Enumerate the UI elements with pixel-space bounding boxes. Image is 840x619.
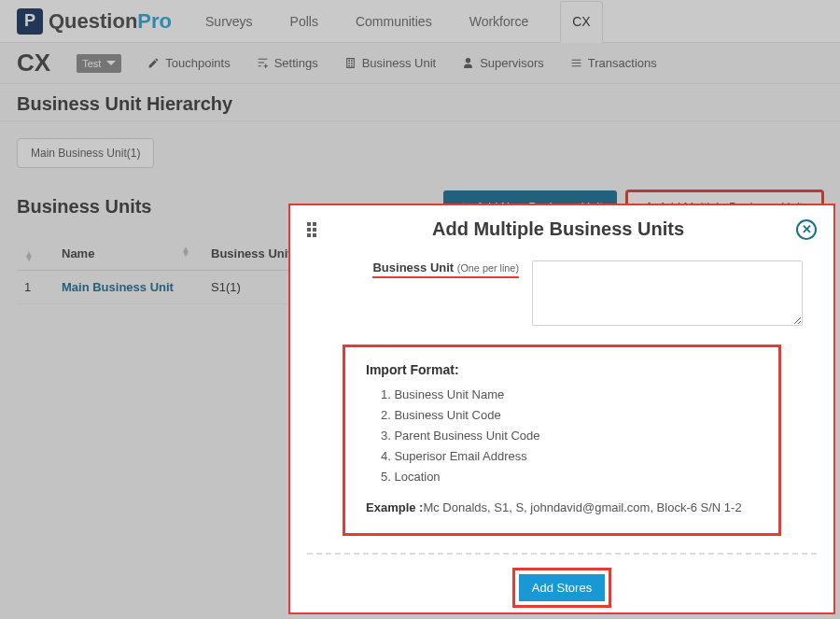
- list-icon: [570, 57, 582, 69]
- add-stores-highlight: Add Stores: [512, 568, 611, 608]
- tab-cx[interactable]: CX: [560, 1, 602, 43]
- subnav-touchpoints-label: Touchpoints: [165, 56, 230, 70]
- tab-surveys[interactable]: Surveys: [200, 0, 259, 42]
- logo-text-1: Question: [49, 9, 137, 34]
- cx-heading: CX: [17, 49, 50, 77]
- subnav-supervisors[interactable]: Supervisors: [462, 56, 544, 70]
- subnav-settings[interactable]: Settings: [257, 56, 318, 70]
- brand-logo[interactable]: P QuestionPro: [17, 8, 172, 35]
- subnav-transactions[interactable]: Transactions: [570, 56, 657, 70]
- logo-mark: P: [17, 8, 43, 35]
- list-item: 4. Superisor Email Address: [381, 446, 758, 467]
- cell-index: 1: [17, 271, 54, 304]
- sliders-icon: [257, 57, 269, 69]
- subnav-business-unit-label: Business Unit: [362, 56, 436, 70]
- import-format-box: Import Format: 1. Business Unit Name 2. …: [343, 345, 781, 536]
- example-text: Mc Donalds, S1, S, johndavid@gmail.com, …: [423, 500, 741, 514]
- env-label: Test: [82, 58, 101, 69]
- top-nav: P QuestionPro Surveys Polls Communities …: [0, 0, 840, 43]
- field-hint-text: (One per line): [457, 262, 519, 274]
- modal-title: Add Multiple Business Units: [320, 218, 796, 240]
- breadcrumb-pill[interactable]: Main Business Unit(1): [17, 138, 154, 168]
- tab-polls[interactable]: Polls: [285, 0, 324, 42]
- tab-communities[interactable]: Communities: [350, 0, 438, 42]
- import-example: Example :Mc Donalds, S1, S, johndavid@gm…: [366, 500, 758, 514]
- example-label: Example :: [366, 500, 423, 514]
- subnav-business-unit[interactable]: Business Unit: [344, 56, 436, 70]
- import-format-list: 1. Business Unit Name 2. Business Unit C…: [366, 385, 758, 487]
- field-label-text: Business Unit: [372, 260, 454, 274]
- page-title: Business Unit Hierarchy: [0, 84, 840, 115]
- subnav-transactions-label: Transactions: [588, 56, 657, 70]
- env-selector[interactable]: Test: [77, 54, 121, 73]
- subnav-touchpoints[interactable]: Touchpoints: [147, 56, 230, 70]
- list-item: 2. Business Unit Code: [381, 405, 758, 426]
- col-index[interactable]: ▲▼: [17, 236, 54, 271]
- business-unit-field-label: Business Unit (One per line): [372, 260, 519, 278]
- sort-icon: ▲▼: [181, 246, 190, 256]
- tab-workforce[interactable]: Workforce: [464, 0, 535, 42]
- col-name[interactable]: Name ▲▼: [54, 236, 203, 271]
- user-icon: [462, 57, 474, 69]
- sub-nav: CX Test Touchpoints Settings Business Un…: [0, 43, 840, 84]
- subnav-settings-label: Settings: [274, 56, 318, 70]
- pencil-icon: [147, 57, 160, 69]
- list-item: 1. Business Unit Name: [381, 385, 758, 405]
- section-title: Business Units: [17, 196, 151, 218]
- add-stores-button[interactable]: Add Stores: [519, 574, 605, 601]
- business-unit-textarea[interactable]: [532, 260, 803, 326]
- caret-down-icon: [106, 61, 116, 65]
- add-multiple-modal: Add Multiple Business Units ✕ Business U…: [288, 204, 835, 614]
- subnav-supervisors-label: Supervisors: [480, 56, 544, 70]
- list-item: 5. Location: [381, 467, 758, 487]
- divider: [307, 553, 817, 555]
- building-icon: [344, 57, 357, 69]
- top-tabs: Surveys Polls Communities Workforce CX: [200, 0, 603, 42]
- list-item: 3. Parent Business Unit Code: [381, 426, 758, 446]
- sort-icon: ▲▼: [24, 251, 34, 260]
- drag-handle-icon[interactable]: [307, 222, 320, 237]
- logo-text-2: Pro: [137, 9, 172, 34]
- col-name-label: Name: [62, 246, 94, 260]
- import-format-title: Import Format:: [366, 362, 758, 377]
- cell-name[interactable]: Main Business Unit: [54, 271, 203, 304]
- close-button[interactable]: ✕: [796, 219, 817, 240]
- close-icon: ✕: [802, 222, 812, 236]
